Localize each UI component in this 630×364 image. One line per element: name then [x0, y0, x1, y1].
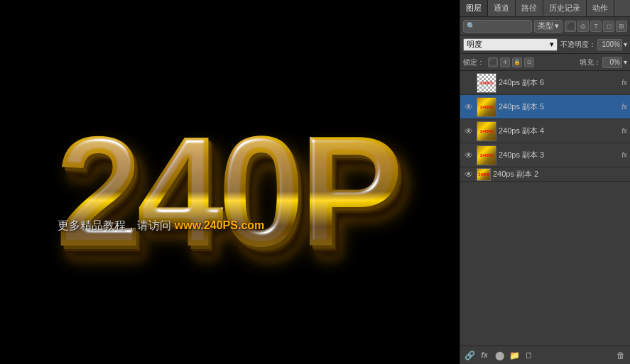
- gold-text-svg: 240P 240P 240P 240P: [10, 72, 450, 285]
- layer-item[interactable]: 👁 240PS 240ps 副本 5 fx: [460, 95, 630, 119]
- layer-thumbnail: 240PS: [477, 121, 496, 141]
- layer-item[interactable]: 👁 240PS 240ps 副本 6 fx: [460, 71, 630, 95]
- layer-name: 240ps 副本 2: [493, 169, 627, 180]
- layer-thumbnail: 240PS: [477, 73, 496, 93]
- filter-search: 🔍: [463, 20, 532, 33]
- layer-thumbnail: 240PS: [477, 97, 496, 117]
- lock-position-icon[interactable]: ✛: [500, 57, 510, 67]
- layer-item[interactable]: 👁 240PS 240ps 副本 4 fx: [460, 119, 630, 143]
- visibility-toggle[interactable]: 👁: [463, 101, 474, 113]
- layer-fx-badge: fx: [621, 127, 627, 135]
- svg-text:240P: 240P: [55, 104, 398, 279]
- new-layer-icon[interactable]: 🗋: [523, 349, 536, 362]
- panel-bottom-toolbar: 🔗 fx ⬤ 📁 🗋 🗑: [460, 346, 630, 364]
- layer-name: 240ps 副本 4: [499, 126, 619, 136]
- layer-thumbnail: 240PS: [477, 168, 491, 181]
- visibility-toggle[interactable]: 👁: [463, 150, 474, 161]
- visibility-toggle[interactable]: 👁: [463, 169, 474, 180]
- tab-channels[interactable]: 通道: [488, 0, 516, 16]
- link-icon[interactable]: 🔗: [463, 349, 476, 362]
- folder-icon[interactable]: 📁: [508, 349, 521, 362]
- opacity-chevron: ▾: [624, 40, 627, 48]
- lock-all-icon[interactable]: 🔒: [512, 57, 522, 67]
- opacity-control: 不透明度： 100% ▾: [560, 39, 627, 50]
- filter-icon-group: ⬛ ◎ T ◻ ⊞: [565, 21, 627, 32]
- fill-input[interactable]: 0%: [602, 57, 622, 68]
- tab-actions[interactable]: 动作: [587, 0, 614, 16]
- layer-item[interactable]: 👁 240PS 240ps 副本 2: [460, 167, 630, 182]
- layer-fx-badge: fx: [621, 103, 627, 111]
- mask-icon[interactable]: ⬤: [493, 349, 506, 362]
- visibility-toggle[interactable]: 👁: [463, 77, 474, 89]
- fill-control: 填充： 0% ▾: [580, 57, 627, 68]
- blend-mode-chevron: ▾: [550, 40, 554, 49]
- watermark-url: www.240PS.com: [175, 219, 265, 231]
- layer-name: 240ps 副本 3: [499, 150, 619, 160]
- tab-history[interactable]: 历史记录: [543, 0, 587, 16]
- filter-bar: 🔍 类型 ▾ ⬛ ◎ T ◻ ⊞: [460, 17, 630, 35]
- opacity-input[interactable]: 100%: [597, 39, 622, 50]
- lock-row: 锁定： ⬛ ✛ 🔒 ⊡ 填充： 0% ▾: [460, 54, 630, 71]
- layer-name: 240ps 副本 6: [499, 77, 619, 88]
- tab-paths[interactable]: 路径: [516, 0, 543, 16]
- blend-mode-row: 明度 ▾ 不透明度： 100% ▾: [460, 35, 630, 54]
- text-filter-icon[interactable]: T: [590, 21, 602, 32]
- layer-item[interactable]: 👁 240PS 240ps 副本 3 fx: [460, 143, 630, 167]
- lock-artboard-icon[interactable]: ⊡: [524, 57, 534, 67]
- adjust-filter-icon[interactable]: ◎: [577, 21, 589, 32]
- smart-filter-icon[interactable]: ⊞: [616, 21, 627, 32]
- shape-filter-icon[interactable]: ◻: [603, 21, 614, 32]
- layers-list: 👁 240PS 240ps 副本 6 fx 👁 240PS 240ps 副本 5…: [460, 71, 630, 346]
- layer-fx-badge: fx: [621, 79, 627, 87]
- canvas-area: 240P 240P 240P 240P 更多精品教程，请访问 www.240PS…: [0, 0, 460, 364]
- layer-name: 240ps 副本 5: [499, 101, 619, 112]
- layer-thumbnail: 240PS: [477, 145, 496, 165]
- pixel-filter-icon[interactable]: ⬛: [565, 21, 576, 32]
- chevron-down-icon: ▾: [555, 21, 559, 31]
- type-dropdown[interactable]: 类型 ▾: [534, 20, 563, 33]
- layers-panel: 图层 通道 路径 历史记录 动作 🔍 类型 ▾ ⬛ ◎ T ◻ ⊞: [460, 0, 630, 364]
- tab-layers[interactable]: 图层: [460, 0, 488, 16]
- layer-fx-badge: fx: [621, 151, 627, 159]
- trash-icon[interactable]: 🗑: [614, 349, 627, 362]
- panel-tabs: 图层 通道 路径 历史记录 动作: [460, 0, 630, 17]
- watermark-text: 更多精品教程，请访问 www.240PS.com: [58, 219, 264, 233]
- fx-icon[interactable]: fx: [478, 349, 491, 362]
- visibility-toggle[interactable]: 👁: [463, 126, 474, 137]
- blend-mode-select[interactable]: 明度 ▾: [463, 38, 558, 51]
- search-icon: 🔍: [467, 22, 475, 30]
- lock-pixels-icon[interactable]: ⬛: [488, 57, 498, 67]
- fill-chevron: ▾: [624, 58, 627, 66]
